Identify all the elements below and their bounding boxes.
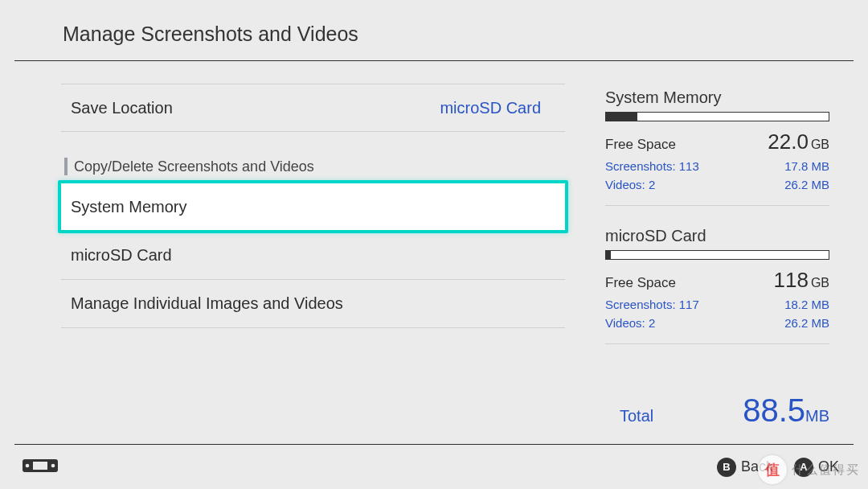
- storage-bar-fill: [606, 113, 637, 121]
- menu-microsd-card[interactable]: microSD Card: [61, 232, 565, 280]
- screenshots-row: Screenshots: 113 17.8 MB: [605, 158, 829, 176]
- storage-system-memory: System Memory Free Space 22.0GB Screensh…: [605, 88, 829, 206]
- right-column: System Memory Free Space 22.0GB Screensh…: [565, 61, 854, 429]
- b-button-icon: B: [717, 458, 736, 477]
- free-space-row: Free Space 118GB: [605, 268, 829, 293]
- storage-name: microSD Card: [605, 227, 829, 245]
- watermark: 值 什么值得买: [758, 455, 860, 484]
- watermark-badge: 值: [758, 455, 787, 484]
- left-column: Save Location microSD Card Copy/Delete S…: [14, 61, 565, 429]
- videos-row: Videos: 2 26.2 MB: [605, 176, 829, 195]
- storage-name: System Memory: [605, 88, 829, 107]
- svg-point-2: [26, 463, 30, 467]
- save-location-label: Save Location: [71, 99, 173, 117]
- content-area: Save Location microSD Card Copy/Delete S…: [0, 61, 868, 429]
- free-space-row: Free Space 22.0GB: [605, 129, 829, 154]
- save-location-value: microSD Card: [440, 99, 541, 117]
- footer-bar: BBack AOK: [14, 444, 854, 489]
- section-copy-delete: Copy/Delete Screenshots and Videos: [61, 158, 565, 175]
- total-row: Total 88.5MB: [605, 392, 829, 429]
- watermark-text: 什么值得买: [792, 462, 860, 478]
- menu-system-memory[interactable]: System Memory: [58, 180, 568, 233]
- screenshots-row: Screenshots: 117 18.2 MB: [605, 296, 829, 314]
- menu-manage-individual[interactable]: Manage Individual Images and Videos: [61, 280, 565, 328]
- page-header: Manage Screenshots and Videos: [14, 0, 854, 61]
- save-location-row[interactable]: Save Location microSD Card: [61, 84, 565, 132]
- storage-microsd: microSD Card Free Space 118GB Screenshot…: [605, 227, 829, 344]
- page-title: Manage Screenshots and Videos: [63, 23, 854, 46]
- svg-point-3: [51, 463, 55, 467]
- storage-bar: [605, 112, 829, 121]
- storage-bar: [605, 250, 829, 260]
- controller-icon: [23, 458, 58, 477]
- svg-rect-1: [33, 462, 47, 470]
- storage-bar-fill: [606, 251, 611, 259]
- videos-row: Videos: 2 26.2 MB: [605, 314, 829, 333]
